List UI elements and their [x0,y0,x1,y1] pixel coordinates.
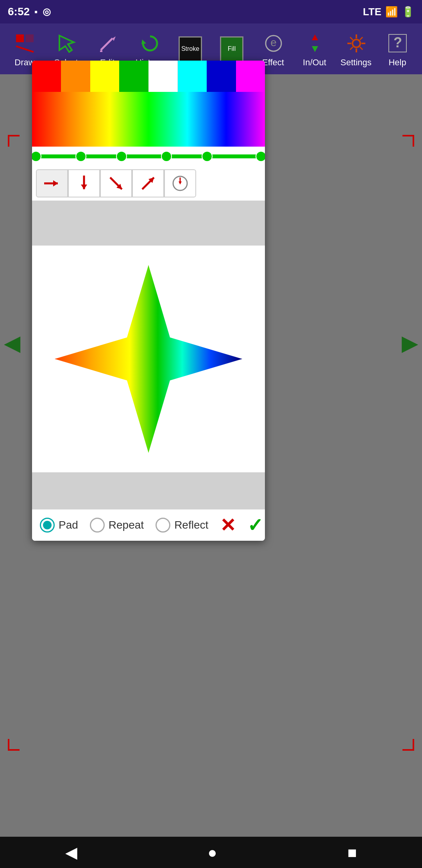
star-svg [51,249,246,468]
nav-back-button[interactable]: ◀ [65,843,77,861]
svg-line-19 [350,47,353,50]
svg-text:?: ? [393,34,402,50]
nav-recent-button[interactable]: ■ [347,844,357,861]
dir-btn-right[interactable] [36,169,68,197]
svg-rect-0 [16,34,24,42]
swatch-green[interactable] [119,61,148,92]
slider-dot-4[interactable] [202,151,213,162]
status-right: LTE 📶 🔋 [363,6,414,18]
radio-reflect[interactable]: Reflect [156,518,208,533]
select-icon [55,32,77,54]
toolbar-inout[interactable]: In/Out [299,30,330,68]
svg-marker-32 [179,181,182,185]
radio-reflect-label: Reflect [174,519,208,531]
help-icon: ? [387,32,408,54]
status-left: 6:52 ▪ ◎ [8,5,51,18]
radio-pad-circle[interactable] [40,518,55,533]
recording-icon: ◎ [43,6,51,17]
slider-dot-2[interactable] [116,151,127,162]
handle-bottom-right [402,739,414,751]
draw-label: Draw [14,57,34,68]
handle-bottom-left [8,739,20,751]
color-swatches-row [32,61,265,92]
time-display: 6:52 [8,5,30,18]
direction-buttons [32,166,265,201]
preview-top-gray [32,201,265,246]
swatch-cyan[interactable] [178,61,207,92]
radio-pad[interactable]: Pad [40,518,78,533]
battery-icon: 🔋 [402,6,414,18]
swatch-white[interactable] [148,61,178,92]
swatch-yellow[interactable] [90,61,119,92]
swatch-orange[interactable] [61,61,90,92]
settings-icon [345,32,367,54]
handle-top-left [8,135,20,147]
canvas-arrow-left[interactable]: ◀ [4,332,20,354]
cancel-button[interactable]: ✕ [220,514,236,536]
svg-marker-4 [113,36,116,41]
slider-dot-3[interactable] [161,151,172,162]
radio-repeat-circle[interactable] [90,518,105,533]
spread-method-group: Pad Repeat Reflect [40,518,208,533]
draw-icon [14,32,36,54]
svg-marker-6 [141,39,146,44]
slider-dot-0[interactable] [32,151,41,162]
svg-line-16 [350,37,353,40]
slider-track[interactable] [36,154,261,158]
signal-icon: 📶 [385,6,398,18]
nav-bar: ◀ ● ■ [0,837,422,868]
gradient-editor-dialog: Pad Repeat Reflect ✕ ✓ [32,61,265,541]
settings-label: Settings [340,57,372,68]
svg-marker-25 [81,185,87,189]
toolbar-fill[interactable]: Fill [216,36,247,62]
star-preview-area [32,246,265,472]
svg-line-18 [360,37,363,40]
handle-top-right [402,135,414,147]
svg-rect-1 [26,34,34,42]
stroke-swatch: Stroke [179,36,202,62]
status-bar: 6:52 ▪ ◎ LTE 📶 🔋 [0,0,422,23]
sim-icon: ▪ [34,6,38,17]
swatch-red[interactable] [32,61,61,92]
fill-label: Fill [228,45,236,52]
fill-swatch: Fill [220,36,243,62]
toolbar-settings[interactable]: Settings [340,30,372,68]
svg-marker-9 [312,34,318,40]
confirm-button[interactable]: ✓ [247,514,263,536]
canvas-arrow-right[interactable]: ▶ [402,332,418,354]
dir-btn-down[interactable] [68,169,100,197]
history-icon [138,32,160,54]
stroke-label: Stroke [181,45,199,52]
inout-icon [304,32,325,54]
svg-marker-10 [312,46,318,52]
nav-home-button[interactable]: ● [207,844,217,861]
slider-dot-5[interactable] [256,151,265,162]
swatch-magenta[interactable] [236,61,265,92]
bottom-controls: Pad Repeat Reflect ✕ ✓ [32,509,265,541]
effect-icon: e [263,32,284,54]
slider-dot-1[interactable] [75,151,86,162]
svg-point-11 [352,39,360,47]
svg-marker-34 [55,265,242,453]
svg-marker-23 [53,180,58,187]
edit-icon [97,32,118,54]
gradient-slider-area [32,147,265,166]
radio-reflect-circle[interactable] [156,518,170,533]
effect-label: Effect [262,57,284,68]
svg-line-2 [16,46,34,52]
dir-btn-radial[interactable] [164,169,196,197]
toolbar-help[interactable]: ? Help [382,30,413,68]
radio-repeat-label: Repeat [109,519,144,531]
svg-text:e: e [270,36,277,48]
gradient-spectrum[interactable] [32,92,265,147]
lte-label: LTE [363,6,381,18]
svg-line-3 [101,38,113,50]
radio-repeat[interactable]: Repeat [90,518,144,533]
toolbar-stroke[interactable]: Stroke [175,36,206,62]
preview-bottom-gray [32,472,265,509]
radio-pad-label: Pad [59,519,78,531]
dir-btn-diagonal-up[interactable] [132,169,164,197]
dir-btn-diagonal-down[interactable] [100,169,132,197]
swatch-blue[interactable] [207,61,236,92]
svg-line-17 [360,47,363,50]
